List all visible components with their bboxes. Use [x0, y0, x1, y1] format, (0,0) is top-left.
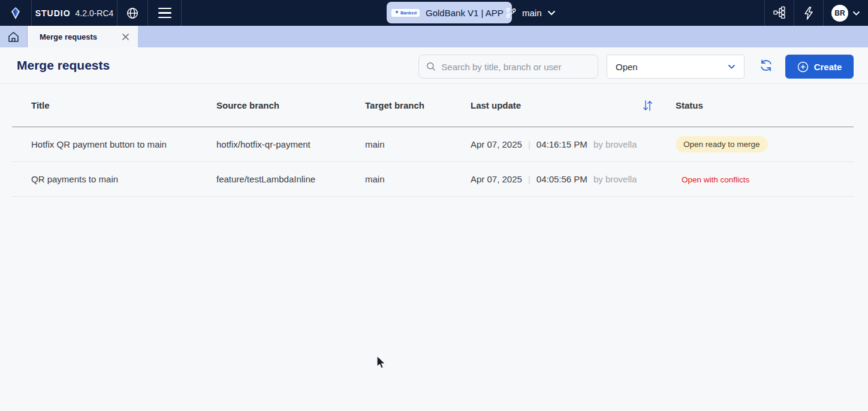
create-button-label: Create	[814, 62, 842, 72]
mr-date: Apr 07, 2025	[471, 174, 522, 184]
column-header-last-update: Last update	[471, 99, 676, 112]
status-text: Open with conflicts	[682, 175, 749, 184]
lightning-icon	[803, 6, 815, 20]
create-button[interactable]: Create	[785, 55, 854, 79]
column-header-title: Title	[31, 100, 216, 110]
branch-selector[interactable]: main	[505, 0, 556, 26]
mr-source-branch: hotfix/hotfix-qr-payment	[216, 139, 365, 149]
mr-source-branch: feature/testLambdaInline	[216, 174, 365, 184]
app-logo[interactable]	[0, 0, 32, 26]
top-bar: STUDIO 4.2.0-RC4 ▼ Banked GoldBank V1 | …	[0, 0, 868, 26]
mr-last-update: Apr 07, 2025 | 04:05:56 PM by brovella	[471, 174, 676, 184]
mr-author: by brovella	[593, 139, 637, 149]
page-title: Merge requests	[17, 58, 110, 73]
topbar-right-group: BR	[764, 0, 868, 26]
mouse-cursor	[376, 355, 388, 371]
last-update-label: Last update	[471, 100, 521, 110]
refresh-button[interactable]	[759, 58, 773, 73]
column-header-target-branch: Target branch	[365, 100, 471, 110]
mr-date: Apr 07, 2025	[471, 139, 522, 149]
status-filter-dropdown[interactable]: Open	[607, 55, 745, 79]
mr-status-cell: Open ready to merge	[676, 136, 854, 152]
mr-time: 04:05:56 PM	[537, 174, 587, 184]
page-header: Merge requests Open Create	[0, 47, 868, 84]
mr-title[interactable]: QR payments to main	[31, 174, 216, 184]
banked-chip-label: Banked	[400, 10, 417, 16]
column-header-source-branch: Source branch	[216, 100, 365, 110]
app-name-version: STUDIO 4.2.0-RC4	[32, 0, 117, 26]
mr-author: by brovella	[593, 174, 637, 184]
chevron-down-icon	[728, 64, 736, 69]
user-avatar: BR	[831, 5, 848, 22]
sitemap-icon	[773, 6, 786, 20]
table-header-row: Title Source branch Target branch Last u…	[12, 84, 854, 127]
branch-name: main	[522, 8, 542, 18]
search-box[interactable]	[418, 55, 598, 79]
home-tab-button[interactable]	[0, 26, 28, 47]
app-name: STUDIO	[35, 8, 71, 18]
table-row[interactable]: Hotfix QR payment button to main hotfix/…	[12, 127, 854, 162]
deployment-view-button[interactable]	[764, 0, 794, 26]
project-label: GoldBank V1 | APP	[426, 8, 504, 18]
mr-status-cell: Open with conflicts	[676, 174, 854, 184]
mr-last-update: Apr 07, 2025 | 04:16:15 PM by brovella	[471, 139, 676, 149]
mr-target-branch: main	[365, 174, 471, 184]
close-tab-icon[interactable]	[122, 33, 129, 41]
merge-requests-table: Title Source branch Target branch Last u…	[12, 84, 854, 197]
search-input[interactable]	[441, 62, 590, 72]
tab-strip: Merge requests	[0, 26, 868, 47]
app-version: 4.2.0-RC4	[76, 8, 114, 18]
date-separator: |	[528, 174, 531, 184]
status-filter-value: Open	[616, 62, 638, 72]
banked-chip: ▼ Banked	[391, 9, 420, 17]
home-icon	[7, 31, 20, 43]
project-badge[interactable]: ▼ Banked GoldBank V1 | APP	[387, 2, 512, 23]
globe-icon	[126, 7, 139, 20]
hamburger-icon	[158, 8, 171, 19]
search-icon	[426, 61, 436, 72]
git-branch-icon	[505, 7, 517, 19]
mr-time: 04:16:15 PM	[537, 139, 587, 149]
mr-title[interactable]: Hotfix QR payment button to main	[31, 139, 216, 149]
chevron-down-icon	[547, 10, 556, 16]
status-badge: Open ready to merge	[676, 136, 768, 152]
column-header-status: Status	[676, 100, 854, 110]
chevron-down-icon	[852, 11, 860, 16]
sort-arrows-icon	[641, 99, 654, 112]
user-menu[interactable]: BR	[823, 0, 868, 26]
plus-circle-icon	[797, 61, 809, 73]
refresh-icon	[760, 59, 773, 72]
tab-label: Merge requests	[40, 32, 97, 41]
table-row[interactable]: QR payments to main feature/testLambdaIn…	[12, 162, 854, 197]
quick-actions-button[interactable]	[794, 0, 823, 26]
globe-button[interactable]	[117, 0, 148, 26]
banked-logo-icon: ▼	[394, 10, 399, 15]
tab-merge-requests[interactable]: Merge requests	[28, 26, 138, 47]
studio-logo-icon	[8, 6, 23, 20]
mr-target-branch: main	[365, 139, 471, 149]
date-separator: |	[528, 139, 531, 149]
sort-button[interactable]	[641, 99, 654, 112]
menu-button[interactable]	[148, 0, 182, 26]
